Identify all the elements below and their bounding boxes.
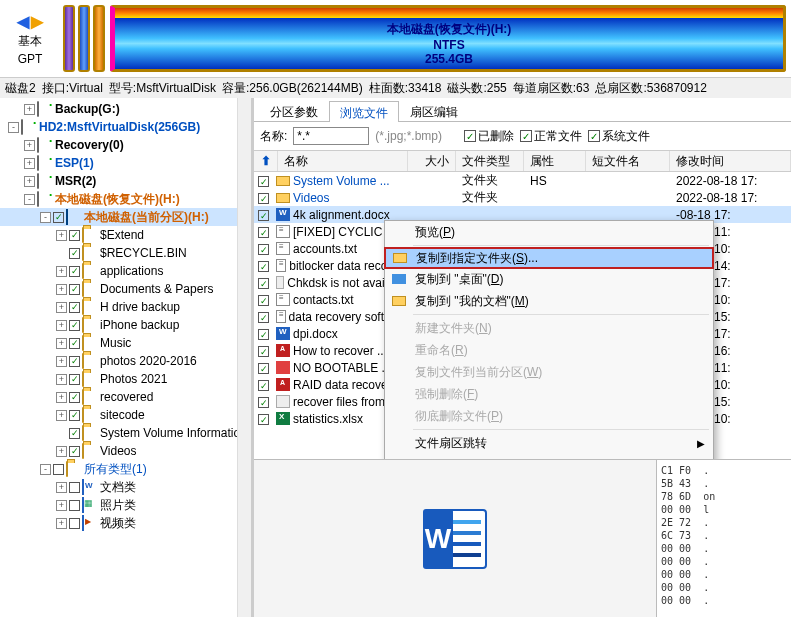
tree-node[interactable]: ✓$RECYCLE.BIN [0,244,251,262]
tree-expander[interactable]: + [56,338,67,349]
tree-expander[interactable]: + [56,266,67,277]
file-row[interactable]: ✓Videos文件夹2022-08-18 17: [254,189,791,206]
tab-browse-files[interactable]: 浏览文件 [329,101,399,122]
tree-node[interactable]: +照片类 [0,496,251,514]
col-mod[interactable]: 修改时间 [670,151,791,171]
tree-node[interactable]: -本地磁盘(恢复文件)(H:) [0,190,251,208]
tree-checkbox[interactable]: ✓ [69,338,80,349]
tree-checkbox[interactable]: ✓ [69,230,80,241]
filter-normal-checkbox[interactable]: ✓正常文件 [520,128,582,145]
tree-expander[interactable]: + [56,356,67,367]
tree-checkbox[interactable]: ✓ [69,392,80,403]
tree-checkbox[interactable]: ✓ [69,266,80,277]
tree-checkbox[interactable]: ✓ [69,374,80,385]
tree-node[interactable]: +✓applications [0,262,251,280]
ctx-copy-desktop[interactable]: 复制到 "桌面" (D) [385,268,713,290]
row-checkbox[interactable]: ✓ [258,176,269,187]
tree-node[interactable]: +✓Photos 2021 [0,370,251,388]
tree-expander[interactable]: + [56,230,67,241]
tree-expander[interactable]: + [56,284,67,295]
col-name[interactable]: 名称 [278,151,408,171]
partition-bar-2[interactable] [78,5,90,72]
row-checkbox[interactable]: ✓ [258,193,269,204]
partition-bar-1[interactable] [63,5,75,72]
tree-node[interactable]: +✓Videos [0,442,251,460]
ctx-copy-to-folder[interactable]: 复制到指定文件夹(S)... [384,247,714,269]
tree-node[interactable]: +✓sitecode [0,406,251,424]
tree-checkbox[interactable] [69,482,80,493]
file-row[interactable]: ✓System Volume ...文件夹HS2022-08-18 17: [254,172,791,189]
tree-expander[interactable]: + [56,518,67,529]
row-checkbox[interactable]: ✓ [258,278,269,289]
tree-expander[interactable]: + [56,392,67,403]
tree-expander[interactable]: - [40,464,51,475]
tree-expander[interactable] [56,248,67,259]
row-checkbox[interactable]: ✓ [258,244,269,255]
tree-expander[interactable]: - [40,212,51,223]
col-type[interactable]: 文件类型 [456,151,524,171]
tree-node[interactable]: +文档类 [0,478,251,496]
row-checkbox[interactable]: ✓ [258,380,269,391]
tree-expander[interactable] [56,428,67,439]
tree-checkbox[interactable]: ✓ [69,302,80,313]
tree-expander[interactable]: - [8,122,19,133]
tree-node[interactable]: +视频类 [0,514,251,532]
tab-sector-edit[interactable]: 扇区编辑 [399,100,469,121]
ctx-copy-docs[interactable]: 复制到 "我的文档" (M) [385,290,713,312]
tree-node[interactable]: +✓H drive backup [0,298,251,316]
row-checkbox[interactable]: ✓ [258,261,269,272]
arrow-right-icon[interactable]: ▶ [31,12,43,31]
filter-system-checkbox[interactable]: ✓系统文件 [588,128,650,145]
row-checkbox[interactable]: ✓ [258,346,269,357]
arrow-left-icon[interactable]: ◀ [17,12,29,31]
tree-node[interactable]: +Recovery(0) [0,136,251,154]
tree-expander[interactable]: + [24,104,35,115]
tree-node[interactable]: -✓本地磁盘(当前分区)(H:) [0,208,251,226]
tree-expander[interactable]: + [56,446,67,457]
col-attr[interactable]: 属性 [524,151,586,171]
tree-node[interactable]: -所有类型(1) [0,460,251,478]
tree-scrollbar[interactable] [237,98,251,617]
row-checkbox[interactable]: ✓ [258,397,269,408]
tree-node[interactable]: +✓Music [0,334,251,352]
filter-deleted-checkbox[interactable]: ✓已删除 [464,128,514,145]
ctx-show-clusters[interactable]: 显示文件数据所占用的簇列表 [385,454,713,459]
tree-checkbox[interactable] [69,500,80,511]
tree-checkbox[interactable]: ✓ [69,320,80,331]
tree-node[interactable]: +ESP(1) [0,154,251,172]
tree-expander[interactable]: + [56,320,67,331]
tree-checkbox[interactable]: ✓ [53,212,64,223]
ctx-preview[interactable]: 预览(P) [385,221,713,243]
tree-node[interactable]: +✓$Extend [0,226,251,244]
tree-expander[interactable]: - [24,194,35,205]
tree-checkbox[interactable]: ✓ [69,446,80,457]
main-partition-bar[interactable]: 本地磁盘(恢复文件)(H:) NTFS 255.4GB [110,5,786,72]
tree-node[interactable]: ✓System Volume Information [0,424,251,442]
row-checkbox[interactable]: ✓ [258,227,269,238]
tree-node[interactable]: +✓Documents & Papers [0,280,251,298]
filter-name-input[interactable] [293,127,369,145]
tab-partition-params[interactable]: 分区参数 [259,100,329,121]
tree-expander[interactable]: + [56,410,67,421]
row-checkbox[interactable]: ✓ [258,363,269,374]
tree-expander[interactable]: + [24,158,35,169]
row-checkbox[interactable]: ✓ [258,295,269,306]
tree-node[interactable]: +✓iPhone backup [0,316,251,334]
row-checkbox[interactable]: ✓ [258,329,269,340]
row-checkbox[interactable]: ✓ [258,210,269,221]
tree-node[interactable]: +✓recovered [0,388,251,406]
tree-checkbox[interactable] [53,464,64,475]
tree-checkbox[interactable]: ✓ [69,284,80,295]
tree-checkbox[interactable]: ✓ [69,248,80,259]
tree-node[interactable]: +MSR(2) [0,172,251,190]
row-checkbox[interactable]: ✓ [258,312,269,323]
col-size[interactable]: 大小 [408,151,456,171]
tree-expander[interactable]: + [56,482,67,493]
tree-node[interactable]: +✓photos 2020-2016 [0,352,251,370]
tree-expander[interactable]: + [56,500,67,511]
partition-bar-3[interactable] [93,5,105,72]
up-folder-icon[interactable]: ⬆ [261,154,271,168]
tree-expander[interactable]: + [56,302,67,313]
tree-checkbox[interactable]: ✓ [69,356,80,367]
tree-checkbox[interactable]: ✓ [69,410,80,421]
